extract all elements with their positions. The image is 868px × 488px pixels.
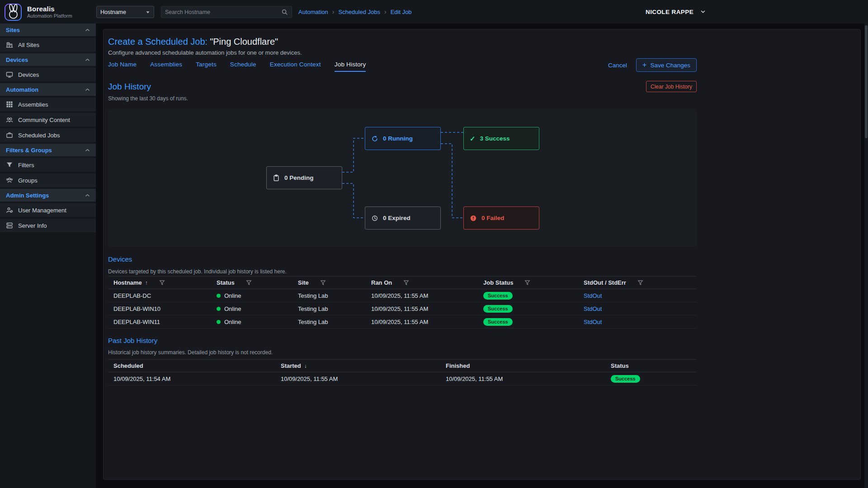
filter-icon[interactable] (246, 280, 252, 286)
filter-icon[interactable] (403, 280, 409, 286)
cell-status: Online (211, 315, 292, 328)
column-header-finished[interactable]: Finished (440, 360, 605, 372)
tab-targets[interactable]: Targets (196, 61, 217, 72)
column-header-ran-on[interactable]: Ran On (366, 277, 478, 289)
sidebar-section-devices: Devices Devices (0, 53, 96, 81)
search-input[interactable] (165, 9, 278, 15)
sidebar-item-assemblies[interactable]: Assemblies (0, 98, 96, 111)
chevron-up-icon[interactable] (85, 27, 90, 33)
column-header-scheduled[interactable]: Scheduled (108, 360, 275, 372)
tab-job-history[interactable]: Job History (335, 61, 366, 72)
success-badge: Success (611, 375, 640, 383)
sidebar-item-label: All Sites (18, 42, 39, 48)
stdout-link[interactable]: StdOut (584, 292, 602, 299)
chevron-up-icon[interactable] (85, 57, 90, 63)
chevron-up-icon[interactable] (85, 147, 90, 153)
tab-assemblies[interactable]: Assemblies (150, 61, 182, 72)
breadcrumb-scheduled-jobs[interactable]: Scheduled Jobs (338, 9, 380, 15)
stdout-link[interactable]: StdOut (584, 305, 602, 312)
grid-icon (6, 101, 13, 108)
sidebar-header-admin-settings[interactable]: Admin Settings (0, 189, 96, 202)
sidebar-item-all-sites[interactable]: All Sites (0, 38, 96, 52)
sidebar-item-scheduled-jobs[interactable]: Scheduled Jobs (0, 128, 96, 142)
sidebar-header-devices[interactable]: Devices (0, 53, 96, 66)
filter-icon[interactable] (524, 280, 530, 286)
filter-icon[interactable] (320, 280, 326, 286)
breadcrumb-automation[interactable]: Automation (298, 9, 328, 15)
sidebar-item-community-content[interactable]: Community Content (0, 113, 96, 127)
devices-subtitle: Devices targeted by this scheduled job. … (108, 268, 287, 275)
sidebar-item-label: Assemblies (18, 101, 48, 108)
filter-icon[interactable] (159, 280, 165, 286)
devices-header-row: Hostname↑ Status Site Ran On Job Status … (108, 277, 697, 289)
job-history-subtitle: Showing the last 30 days of runs. (108, 95, 188, 102)
cell-stdout: StdOut (578, 289, 697, 302)
page-title-prefix: Create a Scheduled Job: (108, 37, 208, 47)
main-panel: Create a Scheduled Job:"Ping Cloudflare"… (103, 29, 861, 480)
status-text: Online (224, 305, 241, 312)
briefcase-icon (6, 131, 13, 139)
search-hostname-box[interactable] (161, 6, 292, 18)
page-subtitle: Configure advanced schedulable automatio… (108, 49, 302, 56)
hostname-select[interactable]: Hostname (96, 6, 154, 18)
sidebar-item-label: Community Content (18, 117, 70, 123)
table-row[interactable]: 10/09/2025, 11:54 AM 10/09/2025, 11:55 A… (108, 372, 697, 385)
column-header-stdout[interactable]: StdOut / StdErr (578, 277, 697, 289)
user-menu[interactable]: NICOLE RAPPE (646, 0, 706, 23)
column-header-status[interactable]: Status (211, 277, 292, 289)
clear-job-history-button[interactable]: Clear Job History (646, 81, 697, 92)
sidebar-header-sites[interactable]: Sites (0, 23, 96, 36)
people-icon (6, 116, 13, 123)
brand-name: Borealis (27, 5, 72, 13)
chevron-up-icon[interactable] (85, 192, 90, 198)
sidebar: Sites All Sites Devices Devices Automati… (0, 23, 96, 488)
cell-job-status: Success (478, 289, 578, 302)
sidebar-header-automation[interactable]: Automation (0, 83, 96, 96)
sidebar-item-label: Server Info (18, 222, 47, 229)
sidebar-item-server-info[interactable]: Server Info (0, 219, 96, 232)
column-header-status[interactable]: Status (605, 360, 697, 372)
cell-stdout: StdOut (578, 315, 697, 328)
save-changes-button[interactable]: + Save Changes (636, 58, 697, 72)
sidebar-item-groups[interactable]: Groups (0, 174, 96, 187)
sidebar-item-label: Scheduled Jobs (18, 132, 60, 139)
table-row[interactable]: DEEPLAB-WIN10 Online Testing Lab 10/09/2… (108, 302, 697, 315)
tab-schedule[interactable]: Schedule (230, 61, 256, 72)
flow-box-expired: 0 Expired (365, 206, 441, 230)
sidebar-header-filters-groups[interactable]: Filters & Groups (0, 144, 96, 156)
scrollbar-thumb[interactable] (865, 25, 868, 138)
brand-text: Borealis Automation Platform (27, 5, 72, 19)
cell-ran-on: 10/09/2025, 11:55 AM (366, 289, 478, 302)
devices-heading: Devices (108, 255, 132, 263)
devices-table: Hostname↑ Status Site Ran On Job Status … (108, 276, 697, 328)
column-header-started[interactable]: Started↓ (275, 360, 440, 372)
table-row[interactable]: DEEPLAB-DC Online Testing Lab 10/09/2025… (108, 289, 697, 302)
job-history-flow: 0 Pending 0 Running ✓ 3 Success 0 Expire… (108, 109, 697, 247)
clipboard-icon (273, 174, 280, 182)
server-icon (6, 222, 13, 229)
column-header-site[interactable]: Site (292, 277, 366, 289)
tab-execution-context[interactable]: Execution Context (270, 61, 321, 72)
filter-icon[interactable] (637, 280, 643, 286)
past-header-row: Scheduled Started↓ Finished Status (108, 360, 697, 372)
section-label: Sites (6, 27, 20, 33)
column-header-job-status[interactable]: Job Status (478, 277, 578, 289)
sidebar-item-filters[interactable]: Filters (0, 158, 96, 172)
sidebar-item-devices[interactable]: Devices (0, 68, 96, 81)
sort-desc-icon: ↓ (304, 363, 307, 369)
breadcrumb-edit-job[interactable]: Edit Job (391, 9, 412, 15)
scrollbar-track[interactable] (864, 0, 868, 488)
groups-icon (6, 177, 13, 184)
chevron-up-icon[interactable] (85, 87, 90, 93)
tab-bar: Job Name Assemblies Targets Schedule Exe… (108, 61, 366, 72)
section-label: Devices (6, 56, 28, 63)
tab-job-name[interactable]: Job Name (108, 61, 137, 72)
sidebar-item-user-management[interactable]: User Management (0, 203, 96, 217)
section-label: Filters & Groups (6, 147, 52, 154)
cancel-button[interactable]: Cancel (608, 62, 627, 69)
section-label: Automation (6, 86, 38, 93)
sidebar-item-label: Filters (18, 162, 34, 169)
stdout-link[interactable]: StdOut (584, 319, 602, 325)
table-row[interactable]: DEEPLAB-WIN11 Online Testing Lab 10/09/2… (108, 315, 697, 328)
column-header-hostname[interactable]: Hostname↑ (108, 277, 211, 289)
